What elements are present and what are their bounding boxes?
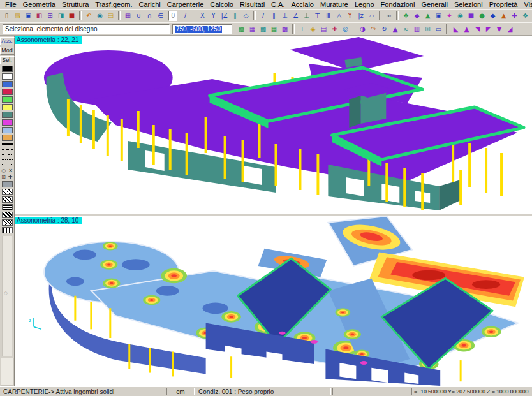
mesh-tri-button[interactable]: ▲ <box>498 11 509 21</box>
grid-tool-icon[interactable]: ⊞ <box>1 174 6 180</box>
menu-legno[interactable]: Legno <box>351 1 378 8</box>
mesh-grid-button[interactable]: ▣ <box>433 11 444 21</box>
undo-button[interactable]: ↶ <box>84 11 94 21</box>
texture-view-button[interactable]: ▩ <box>279 24 290 34</box>
color-swatch-6[interactable] <box>2 112 13 118</box>
sidebar-scroll-track[interactable]: ◇ <box>2 236 12 356</box>
mesh-node-button[interactable]: ❖ <box>401 11 411 21</box>
intersection-button[interactable]: ∩ <box>144 11 155 21</box>
menu-c-a[interactable]: C.A. <box>268 1 288 8</box>
mesh-star-button[interactable]: ✦ <box>444 11 455 21</box>
shade-view-button[interactable]: ▦ <box>269 24 279 34</box>
angle-input[interactable]: 0 <box>168 11 177 21</box>
menu-calcolo[interactable]: Calcolo <box>207 1 237 8</box>
solid-model-canvas[interactable] <box>15 36 532 214</box>
menu-file[interactable]: File <box>2 1 20 8</box>
mesh-add-button[interactable]: ▲ <box>422 11 433 21</box>
load-tool-icon-1[interactable]: ◣ <box>450 24 461 34</box>
sidebar-tab-ass[interactable]: Ass. <box>0 37 15 45</box>
load-tool-icon-5[interactable]: ▼ <box>494 24 505 34</box>
orbit-button[interactable]: ◉ <box>94 11 105 21</box>
draw-line-button[interactable]: / <box>180 11 191 21</box>
sidebar-tab-sel[interactable]: Sel. <box>0 56 15 64</box>
snap-angle-button[interactable]: ∠ <box>290 11 301 21</box>
wave-button[interactable]: ≈ <box>401 24 411 34</box>
coord-y-button[interactable]: Y <box>208 11 219 21</box>
menu-selezioni[interactable]: Selezioni <box>451 1 486 8</box>
menu-acciaio[interactable]: Acciaio <box>288 1 317 8</box>
link-button[interactable]: ∞ <box>383 11 394 21</box>
line-style-dash[interactable] <box>2 149 13 150</box>
pattern-swatch-diamond[interactable] <box>2 219 13 226</box>
rotate-redo-button[interactable]: ↷ <box>368 24 379 34</box>
rotate-cw-button[interactable]: ↻ <box>379 24 390 34</box>
line-style-dot[interactable] <box>2 164 13 165</box>
load-tool-icon-4[interactable]: ◤ <box>483 24 494 34</box>
snap-delta-button[interactable]: △ <box>334 11 344 21</box>
coord-x-button[interactable]: X <box>197 11 208 21</box>
mesh-point-button[interactable]: ● <box>477 11 487 21</box>
color-swatch-3[interactable] <box>2 89 13 95</box>
cross-tool-icon[interactable]: ✚ <box>8 174 13 180</box>
snap-perpendicular-button[interactable]: ⊥ <box>279 11 290 21</box>
view-capture-button[interactable]: ◧ <box>34 11 45 21</box>
line-style-dashdotdot[interactable] <box>2 159 13 160</box>
menu-visualizza[interactable]: Visualizza <box>521 1 532 8</box>
pattern-swatch-dense[interactable] <box>2 212 13 218</box>
delete-tool-icon[interactable]: ✕ <box>8 168 13 173</box>
menu-geometria[interactable]: Geometria <box>20 1 59 8</box>
section-button[interactable]: ▥ <box>411 24 422 34</box>
windows-layout-button[interactable]: ▦ <box>122 11 133 21</box>
color-swatch-4[interactable] <box>2 96 13 103</box>
menu-generali[interactable]: Generali <box>418 1 451 8</box>
mesh-edit-button[interactable]: ◆ <box>411 11 422 21</box>
viewport-contour[interactable]: Assonometria : 28, 10 <box>15 216 532 386</box>
record-button[interactable]: ■ <box>66 11 77 21</box>
color-swatch-2[interactable] <box>2 81 13 87</box>
load-tool-icon-3[interactable]: ◥ <box>472 24 483 34</box>
member-button[interactable]: ∈ <box>155 11 166 21</box>
polygon-button[interactable]: ◇ <box>240 11 251 21</box>
color-swatch-5[interactable] <box>2 104 13 110</box>
load-tool-icon-6[interactable]: ◢ <box>505 24 515 34</box>
pattern-swatch-horiz[interactable] <box>2 204 13 210</box>
coordinate-input[interactable]: 750, -600, 1250 <box>172 24 232 34</box>
solid-view-button[interactable]: ▩ <box>236 24 247 34</box>
multi-view-button[interactable]: ⊞ <box>45 11 55 21</box>
color-swatch-0[interactable] <box>2 66 13 72</box>
color-swatch-7[interactable] <box>2 119 13 126</box>
snap-ground-button[interactable]: ⊤ <box>312 11 323 21</box>
mesh-solid-button[interactable]: ■ <box>466 11 477 21</box>
menu-propriet[interactable]: Proprietà <box>486 1 521 8</box>
pan-button[interactable]: ▲ <box>390 24 401 34</box>
rotate-left-button[interactable]: ◑ <box>357 24 368 34</box>
render-view-button[interactable]: ◨ <box>55 11 66 21</box>
coord-z-button[interactable]: |Z <box>219 11 230 21</box>
menu-risultati[interactable]: Risultati <box>237 1 268 8</box>
load-tool-icon-2[interactable]: ▲ <box>461 24 472 34</box>
menu-carichi[interactable]: Carichi <box>136 1 164 8</box>
fill-button[interactable]: ◈ <box>307 24 318 34</box>
extents-button[interactable]: ▭ <box>433 24 444 34</box>
pattern-swatch-solid[interactable] <box>2 181 13 187</box>
menu-murature[interactable]: Murature <box>317 1 351 8</box>
snap-z-button[interactable]: |z <box>355 11 366 21</box>
target-button[interactable]: ◎ <box>340 24 351 34</box>
marker-button[interactable]: ✚ <box>329 24 340 34</box>
menu-struttura[interactable]: Struttura <box>59 1 92 8</box>
circle-tool-icon[interactable]: ○ <box>1 168 6 173</box>
save-button[interactable]: ▣ <box>23 11 34 21</box>
color-swatch-8[interactable] <box>2 127 13 133</box>
viewport-solid[interactable]: Assonometria : 22, 21 <box>15 36 532 214</box>
wire-view-button[interactable]: ▦ <box>247 24 258 34</box>
mesh-diamond-button[interactable]: ◆ <box>487 11 498 21</box>
open-folder-button[interactable]: ▨ <box>12 11 23 21</box>
clipboard-button[interactable]: ▤ <box>105 11 116 21</box>
menu-fondazioni[interactable]: Fondazioni <box>378 1 418 8</box>
grid-button[interactable]: ⊞ <box>422 24 433 34</box>
pattern-swatch-zigzag[interactable] <box>2 227 13 233</box>
line-style-solid[interactable] <box>2 143 13 145</box>
sidebar-tab-mod[interactable]: Mod <box>0 47 15 55</box>
snap-y-button[interactable]: Y <box>344 11 355 21</box>
menu-carpenterie[interactable]: Carpenterie <box>164 1 207 8</box>
